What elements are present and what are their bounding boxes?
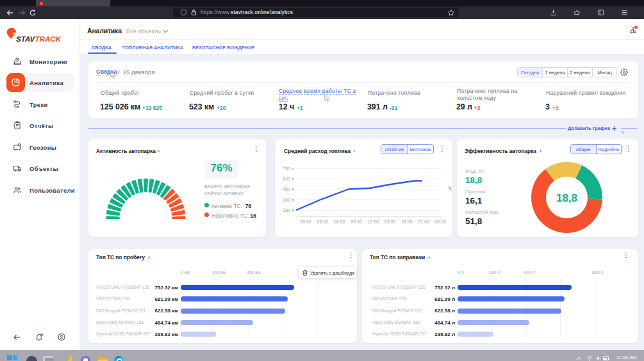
svg-text:21:00: 21:00 (418, 220, 429, 224)
svg-text:00:00: 00:00 (435, 220, 447, 224)
svg-text:06:00: 06:00 (334, 220, 345, 224)
svg-text:15:00: 15:00 (384, 220, 396, 224)
svg-text:750 л: 750 л (283, 166, 294, 171)
svg-text:600 л: 600 л (283, 177, 294, 181)
svg-text:18:00: 18:00 (401, 220, 413, 224)
svg-text:12:00: 12:00 (367, 220, 379, 224)
svg-text:300 л: 300 л (283, 198, 294, 202)
svg-text:450 л: 450 л (283, 187, 294, 191)
svg-text:09:00: 09:00 (351, 220, 362, 224)
svg-text:03:00: 03:00 (317, 220, 329, 224)
svg-text:150 л: 150 л (283, 208, 294, 213)
svg-text:00:00: 00:00 (300, 220, 311, 224)
